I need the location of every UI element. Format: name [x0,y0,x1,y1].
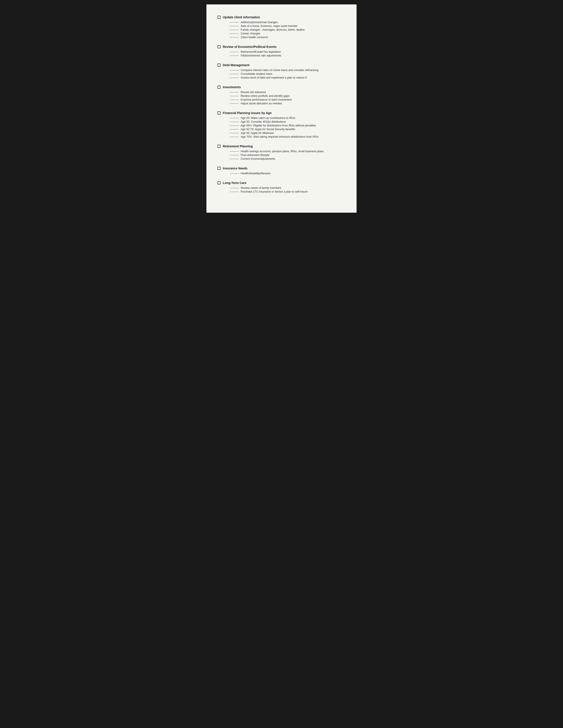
section-header-long-term-care: Long-Term Care [217,181,346,185]
checkbox-investments[interactable] [217,86,220,89]
item-text: Adjust asset allocation as needed [241,102,282,105]
list-item: Address/phone/email changes [229,21,346,24]
list-item: Purchase LTC insurance or devise a plan … [229,190,346,193]
list-item: Assess level of debt and implement a pla… [229,76,346,79]
list-item: Review needs of family members [229,186,346,190]
item-text: Client health concerns [241,36,268,39]
section-title-retirement-planning: Retirement Planning [223,144,253,148]
section-update-client-info: Update client informationAddress/phone/e… [217,15,346,39]
item-text: Career changes [241,32,260,35]
blank-line [229,103,239,104]
blank-line [229,78,239,78]
items-list-financial-planning-age: Age 50: Make catch-up contributions to I… [229,116,346,138]
checkbox-long-term-care[interactable] [217,181,220,184]
item-text: Retirement/Estate/Tax legislation [241,50,281,53]
blank-line [229,173,239,174]
item-text: Post-retirement lifestyle [241,154,269,157]
section-header-update-client-info: Update client information [217,15,346,19]
section-title-review-economic-political: Review of Economic/Political Events [223,45,276,49]
list-item: Inflation/interest rate adjustments [229,54,346,57]
page: Update client informationAddress/phone/e… [206,4,357,213]
list-item: Compare interest rates on home loans and… [229,69,346,72]
checkbox-insurance-needs[interactable] [217,167,220,170]
items-list-retirement-planning: Health savings accounts, pension plans, … [229,150,346,160]
list-item: Sale of a home, business, major asset tr… [229,24,346,28]
list-item: Adjust asset allocation as needed [229,102,346,105]
blank-line [229,37,239,38]
section-title-long-term-care: Long-Term Care [223,181,246,185]
section-header-debt-management: Debt Management [217,63,346,67]
section-long-term-care: Long-Term CareReview needs of family mem… [217,181,346,193]
item-text: Age 65: Apply for Medicare [241,131,274,135]
section-investments: InvestmentsRevisit risk toleranceReview … [217,85,346,105]
item-text: Review entire portfolio and identify gap… [241,94,290,98]
list-item: Client health concerns [229,36,346,39]
list-item: Review entire portfolio and identify gap… [229,94,346,98]
section-title-insurance-needs: Insurance Needs [223,167,247,170]
section-title-investments: Investments [223,85,241,89]
checkbox-update-client-info[interactable] [217,16,220,19]
item-text: Address/phone/email changes [241,21,278,24]
item-text: Inflation/interest rate adjustments [241,54,281,57]
list-item: Consolidate student loans [229,72,346,75]
section-financial-planning-age: Financial Planning Issues by AgeAge 50: … [217,111,346,138]
blank-line [229,70,239,70]
list-item: Health/disability/life/auto [229,172,346,175]
item-text: Age 59½: Eligible for distributions from… [241,124,316,127]
list-item: Post-retirement lifestyle [229,154,346,157]
list-item: Retirement/Estate/Tax legislation [229,50,346,53]
section-header-insurance-needs: Insurance Needs [217,167,346,170]
blank-line [229,137,239,137]
items-list-debt-management: Compare interest rates on home loans and… [229,69,346,79]
blank-line [229,122,239,122]
list-item: Health savings accounts, pension plans, … [229,150,346,153]
item-text: Current income/adjustments [241,157,275,160]
item-text: Sale of a home, business, major asset tr… [241,24,298,28]
items-list-update-client-info: Address/phone/email changesSale of a hom… [229,21,346,39]
list-item: Family changes - marriages, divorces, bi… [229,28,346,31]
checkbox-review-economic-political[interactable] [217,45,220,48]
section-insurance-needs: Insurance NeedsHealth/disability/life/au… [217,167,346,175]
item-text: Age 50: Make catch-up contributions to I… [241,116,295,120]
blank-line [229,100,239,100]
blank-line [229,22,239,23]
list-item: Age 62-70: Apply for Social Security ben… [229,128,346,131]
blank-line [229,96,239,96]
checkbox-financial-planning-age[interactable] [217,111,220,114]
list-item: Examine performance of each investment [229,98,346,101]
section-retirement-planning: Retirement PlanningHealth savings accoun… [217,144,346,160]
item-text: Revisit risk tolerance [241,91,266,94]
section-debt-management: Debt ManagementCompare interest rates on… [217,63,346,79]
item-text: Health savings accounts, pension plans, … [241,150,324,153]
blank-line [229,118,239,118]
item-text: Purchase LTC insurance or devise a plan … [241,190,308,193]
checkbox-debt-management[interactable] [217,64,220,67]
checkbox-retirement-planning[interactable] [217,145,220,148]
item-text: Consolidate student loans [241,72,272,75]
list-item: Age 59½: Eligible for distributions from… [229,124,346,127]
item-text: Health/disability/life/auto [241,172,270,175]
list-item: Revisit risk tolerance [229,91,346,94]
list-item: Age 65: Apply for Medicare [229,131,346,135]
item-text: Age 70½: Start taking required minimum d… [241,135,319,138]
section-title-update-client-info: Update client information [223,15,260,19]
item-text: Family changes - marriages, divorces, bi… [241,28,305,31]
blank-line [229,155,239,155]
item-text: Age 55: Consider 401(k) distributions [241,120,286,123]
blank-line [229,151,239,152]
list-item: Age 55: Consider 401(k) distributions [229,120,346,123]
blank-line [229,26,239,26]
list-item: Age 50: Make catch-up contributions to I… [229,116,346,120]
list-item: Age 70½: Start taking required minimum d… [229,135,346,138]
list-item: Career changes [229,32,346,35]
blank-line [229,30,239,30]
item-text: Review needs of family members [241,186,281,190]
item-text: Compare interest rates on home loans and… [241,69,319,72]
section-review-economic-political: Review of Economic/Political EventsRetir… [217,45,346,57]
blank-line [229,192,239,192]
items-list-review-economic-political: Retirement/Estate/Tax legislationInflati… [229,50,346,57]
item-text: Assess level of debt and implement a pla… [241,76,307,79]
section-title-debt-management: Debt Management [223,63,249,67]
blank-line [229,133,239,133]
list-item: Current income/adjustments [229,157,346,160]
